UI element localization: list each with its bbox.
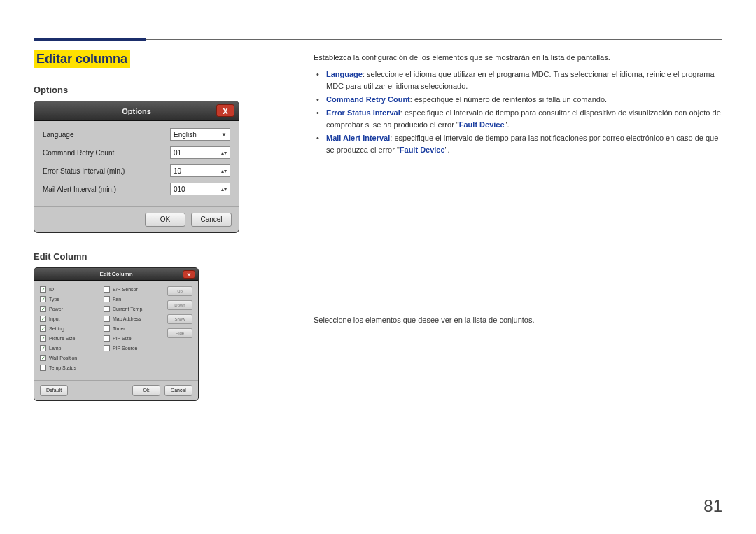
mail-interval-stepper[interactable]: 010 ▴▾	[170, 183, 230, 195]
checkbox-label: Mac Address	[113, 316, 141, 321]
checkbox[interactable]	[104, 316, 110, 322]
stepper-icon: ▴▾	[221, 186, 227, 192]
page-number: 81	[704, 496, 722, 516]
editcolumn-titlebar: Edit Column X	[34, 268, 198, 281]
bullet-language: Language: seleccione el idioma que utili…	[326, 69, 722, 92]
options-heading: Options	[34, 85, 286, 95]
checkbox-label: Input	[49, 316, 60, 321]
checkbox-row: Current Temp.	[104, 306, 163, 312]
retry-count-stepper[interactable]: 01 ▴▾	[170, 146, 230, 159]
checkbox-label: Lamp	[49, 346, 62, 351]
ok-button[interactable]: OK	[145, 213, 186, 227]
checkbox-label: Setting	[49, 326, 64, 331]
error-interval-label: Error Status Interval (min.)	[43, 167, 170, 175]
checkbox[interactable]: ✓	[40, 306, 46, 312]
checkbox-row: ✓Wall Position	[40, 355, 99, 361]
checkbox[interactable]: ✓	[40, 325, 46, 332]
checkbox-label: Wall Position	[49, 356, 77, 360]
checkbox[interactable]	[104, 286, 110, 293]
checkbox-row: Mac Address	[104, 316, 163, 322]
checkbox-row: ✓Power	[40, 306, 99, 312]
checkbox-label: ID	[49, 287, 54, 292]
checkbox-label: Picture Size	[49, 336, 75, 341]
ok-button[interactable]: Ok	[132, 385, 160, 396]
checkbox-label: Current Temp.	[113, 307, 144, 311]
error-interval-stepper[interactable]: 10 ▴▾	[170, 164, 230, 177]
checkbox[interactable]	[40, 365, 46, 371]
down-button[interactable]: Down	[167, 300, 192, 310]
editcolumn-heading: Edit Column	[34, 251, 286, 262]
checkbox-row: PIP Size	[104, 335, 163, 342]
stepper-icon: ▴▾	[221, 168, 227, 174]
checkbox[interactable]	[104, 335, 110, 342]
intro-text-2: Seleccione los elementos que desee ver e…	[314, 316, 722, 324]
checkbox-row: ✓ID	[40, 286, 99, 293]
checkbox-row: PIP Source	[104, 345, 163, 351]
language-select[interactable]: English ▼	[170, 128, 230, 141]
checkbox-row: ✓Lamp	[40, 345, 99, 351]
options-dialog-titlebar: Options X	[34, 101, 239, 121]
checkbox-label: PIP Source	[113, 346, 137, 351]
checkbox[interactable]: ✓	[40, 355, 46, 361]
checkbox-row: ✓Type	[40, 296, 99, 302]
checkbox-row: ✓Picture Size	[40, 335, 99, 342]
show-button[interactable]: Show	[167, 314, 192, 324]
mail-interval-label: Mail Alert Interval (min.)	[43, 185, 170, 193]
checkbox-row: Fan	[104, 296, 163, 302]
intro-text: Establezca la configuración de los eleme…	[314, 53, 722, 62]
retry-count-label: Command Retry Count	[43, 149, 170, 157]
stepper-icon: ▴▾	[221, 150, 227, 156]
checkbox[interactable]: ✓	[40, 286, 46, 293]
checkbox-row: ✓Setting	[40, 325, 99, 332]
close-icon[interactable]: X	[216, 104, 234, 117]
checkbox-label: B/R Sensor	[113, 287, 138, 292]
checkbox-label: Temp Status	[49, 365, 76, 370]
close-icon[interactable]: X	[183, 270, 195, 279]
chevron-down-icon: ▼	[221, 132, 227, 138]
bullet-error-interval: Error Status Interval: especifique el in…	[326, 107, 722, 131]
checkbox[interactable]	[104, 296, 110, 302]
checkbox-row: ✓Input	[40, 316, 99, 322]
up-button[interactable]: Up	[167, 286, 192, 296]
bullet-mail-interval: Mail Alert Interval: especifique el inte…	[326, 132, 722, 156]
editcolumn-dialog: Edit Column X ✓ID✓Type✓Power✓Input✓Setti…	[34, 267, 199, 401]
checkbox-label: Timer	[113, 326, 125, 331]
cancel-button[interactable]: Cancel	[191, 213, 232, 227]
header-rule	[34, 34, 722, 42]
options-dialog-title: Options	[122, 107, 151, 115]
checkbox-row: Timer	[104, 325, 163, 332]
hide-button[interactable]: Hide	[167, 328, 192, 338]
checkbox[interactable]	[104, 345, 110, 351]
options-dialog: Options X Language English ▼ Command Ret…	[34, 101, 239, 233]
checkbox-label: Fan	[113, 297, 121, 302]
checkbox[interactable]	[104, 325, 110, 332]
editcolumn-title: Edit Column	[99, 271, 132, 277]
checkbox-label: PIP Size	[113, 336, 132, 341]
language-label: Language	[43, 131, 170, 139]
default-button[interactable]: Default	[40, 385, 68, 396]
checkbox[interactable]	[104, 306, 110, 312]
bullet-retry-count: Command Retry Count: especifique el núme…	[326, 94, 722, 106]
checkbox[interactable]: ✓	[40, 335, 46, 342]
checkbox[interactable]: ✓	[40, 316, 46, 322]
cancel-button[interactable]: Cancel	[164, 385, 192, 396]
checkbox[interactable]: ✓	[40, 345, 46, 351]
section-title: Editar columna	[34, 50, 130, 68]
checkbox[interactable]: ✓	[40, 296, 46, 302]
checkbox-row: B/R Sensor	[104, 286, 163, 293]
checkbox-label: Type	[49, 297, 59, 302]
checkbox-row: Temp Status	[40, 365, 99, 371]
checkbox-label: Power	[49, 307, 63, 311]
